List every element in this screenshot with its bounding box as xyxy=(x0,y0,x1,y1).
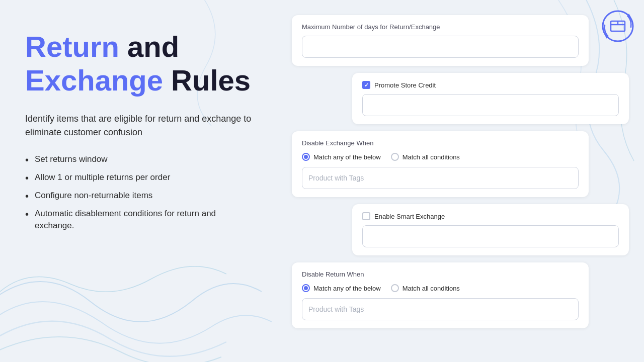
disable-exchange-input[interactable] xyxy=(302,167,579,189)
disable-exchange-radio-all[interactable]: Match all conditions xyxy=(391,153,460,161)
main-title: Return and Exchange Rules xyxy=(25,30,257,97)
title-rules: Rules xyxy=(163,64,251,97)
checkmark-icon: ✓ xyxy=(364,82,369,88)
promote-credit-row: ✓ Promote Store Credit xyxy=(362,81,619,89)
disable-exchange-radio-row: Match any of the below Match all conditi… xyxy=(302,153,579,161)
disable-exchange-header: Disable Exchange When xyxy=(302,139,579,147)
radio-any-label: Match any of the below xyxy=(313,153,381,161)
disable-return-input[interactable] xyxy=(302,298,579,320)
feature-item-1: Set returns window xyxy=(25,153,257,166)
radio-all-icon xyxy=(391,153,399,161)
disable-return-card: Disable Return When Match any of the bel… xyxy=(292,262,589,328)
promote-credit-label: Promote Store Credit xyxy=(374,81,436,89)
max-days-label: Maximum Number of days for Return/Exchan… xyxy=(302,23,579,31)
left-panel: Return and Exchange Rules Identify items… xyxy=(0,0,282,362)
feature-item-4: Automatic disablement conditions for ret… xyxy=(25,208,257,232)
smart-exchange-label: Enable Smart Exchange xyxy=(374,213,445,220)
radio-any-icon xyxy=(302,153,310,161)
return-radio-all-label: Match all conditions xyxy=(403,285,460,292)
max-days-card: Maximum Number of days for Return/Exchan… xyxy=(292,15,589,66)
right-panel: Maximum Number of days for Return/Exchan… xyxy=(282,0,644,362)
radio-all-label: Match all conditions xyxy=(403,153,460,161)
smart-exchange-input[interactable] xyxy=(362,225,619,247)
max-days-input[interactable] xyxy=(302,36,579,58)
feature-item-2: Allow 1 or multiple returns per order xyxy=(25,171,257,185)
return-radio-any-label: Match any of the below xyxy=(313,285,381,292)
title-exchange: Exchange xyxy=(25,64,163,97)
disable-return-radio-row: Match any of the below Match all conditi… xyxy=(302,284,579,292)
return-radio-all-icon xyxy=(391,284,399,292)
subtitle-text: Identify items that are eligible for ret… xyxy=(25,112,257,139)
disable-return-radio-any[interactable]: Match any of the below xyxy=(302,284,381,292)
enable-smart-exchange-card: Enable Smart Exchange xyxy=(352,204,629,255)
disable-return-header: Disable Return When xyxy=(302,270,579,278)
title-return: Return xyxy=(25,30,119,63)
promote-store-credit-card: ✓ Promote Store Credit xyxy=(352,73,629,124)
promote-credit-checkbox[interactable]: ✓ xyxy=(362,81,370,89)
app-logo xyxy=(602,10,634,42)
disable-return-radio-all[interactable]: Match all conditions xyxy=(391,284,460,292)
return-radio-any-icon xyxy=(302,284,310,292)
disable-exchange-radio-any[interactable]: Match any of the below xyxy=(302,153,381,161)
promote-credit-input[interactable] xyxy=(362,94,619,116)
smart-exchange-row: Enable Smart Exchange xyxy=(362,212,619,220)
features-list: Set returns window Allow 1 or multiple r… xyxy=(25,153,257,232)
title-and: and xyxy=(119,30,179,63)
disable-exchange-card: Disable Exchange When Match any of the b… xyxy=(292,131,589,197)
smart-exchange-checkbox[interactable] xyxy=(362,212,370,220)
feature-item-3: Configure non-returnable items xyxy=(25,190,257,203)
